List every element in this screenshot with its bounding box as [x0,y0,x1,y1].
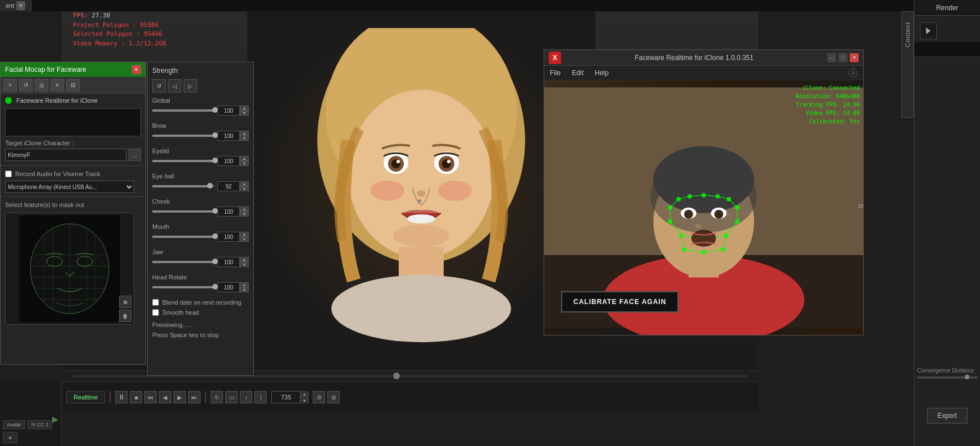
arrow-icon[interactable] [920,22,937,39]
settings-button[interactable]: ⚙ [313,391,325,403]
add-btn[interactable]: + [3,79,17,91]
global-down[interactable]: ▼ [240,111,249,116]
fw-menu-help[interactable]: Help [595,69,609,77]
mouth-up[interactable]: ▲ [240,232,249,237]
brow-arrows[interactable]: ▲ ▼ [240,131,249,141]
eyelid-slider-track[interactable] [152,160,215,162]
rotate-btn[interactable]: ↺ [19,79,33,91]
grid-button[interactable]: ⊞ [327,391,340,403]
expand-btn[interactable]: ⊟ [66,79,80,91]
jaw-up[interactable]: ▲ [240,257,249,262]
realtime-button[interactable]: Realtime [66,391,105,403]
head-rotate-slider-track[interactable] [152,286,215,288]
brow-slider-track[interactable] [152,135,215,137]
eyelid-down[interactable]: ▼ [240,161,249,166]
back-btn[interactable]: ◁ [168,79,181,93]
loop-button[interactable]: ↻ [211,391,223,403]
global-slider-track[interactable] [152,109,215,112]
app-tab[interactable]: ent ✕ [0,0,31,11]
global-arrows[interactable]: ▲ ▼ [240,105,249,116]
eyelid-up[interactable]: ▲ [240,156,249,161]
content-sidebar: Content [901,11,914,118]
cheek-down[interactable]: ▼ [240,211,249,217]
svg-point-16 [438,181,472,201]
prev-end-button[interactable]: ⏮ [144,391,157,403]
jaw-slider-track[interactable] [152,261,215,263]
jaw-down[interactable]: ▼ [240,262,249,267]
record-audio-checkbox[interactable] [5,171,12,177]
refresh-btn[interactable]: ↺ [152,79,166,93]
eyelid-arrows[interactable]: ▲ ▼ [240,156,249,166]
status-row: Faceware Realtime for iClone [1,94,145,107]
mask-delete-btn[interactable]: 🗑 [119,310,131,322]
ze-text: ze [858,203,863,209]
mouth-down[interactable]: ▼ [240,237,249,242]
target-btn[interactable]: ◎ [35,79,48,91]
cheek-value-box: 100 ▲ ▼ [217,206,249,217]
brow-down[interactable]: ▼ [240,136,249,141]
bottom-left-tabs: Avatar !!! CC 2 + ▶ [0,381,62,446]
add-tab-button[interactable]: + [3,432,17,443]
microphone-select[interactable]: Microphone Array (Kinect USB Au... [5,181,134,193]
frame-input[interactable]: 735 [272,392,300,403]
next-button[interactable]: ▶ [174,391,186,403]
app-tab-close[interactable]: ✕ [16,1,25,10]
list-btn[interactable]: ≡ [51,79,64,91]
cheek-arrows[interactable]: ▲ ▼ [240,206,249,217]
marker-button[interactable]: | [254,391,267,403]
head-rotate-down[interactable]: ▼ [240,287,249,292]
nav-arrow[interactable]: ▶ [52,415,58,424]
character-svg [303,28,539,342]
cc2-tab[interactable]: !!! CC 2 [28,420,53,429]
head-rotate-arrows[interactable]: ▲ ▼ [240,282,249,292]
brow-up[interactable]: ▲ [240,131,249,136]
forward-btn[interactable]: ▷ [184,79,197,93]
eyeball-arrows[interactable]: ▲ ▼ [240,181,249,191]
fw-close-btn[interactable]: ✕ [850,53,859,62]
fw-titlebar: X Faceware Realtime for iClone 1.0.0.351… [544,50,863,66]
eyelid-label: Eyelid [152,148,249,154]
fw-menu-file[interactable]: File [550,69,560,77]
convergence-thumb[interactable] [965,375,969,379]
svg-point-17 [407,214,435,223]
char-name-input[interactable] [5,149,126,161]
eyelid-strength-row: Eyelid 100 ▲ ▼ [152,148,249,166]
sound-button[interactable]: ♪ [240,391,252,403]
eyeball-up[interactable]: ▲ [240,181,249,186]
blend-checkbox[interactable] [152,299,159,306]
prev-button[interactable]: ◀ [159,391,171,403]
render-button[interactable]: Render [914,0,980,16]
eyeball-slider-track[interactable] [152,185,215,187]
global-up[interactable]: ▲ [240,105,249,111]
char-browse-btn[interactable]: … [129,149,141,161]
subtitle-button[interactable]: ▭ [225,391,238,403]
pause-button[interactable]: ⏸ [115,391,127,403]
fw-info-icon[interactable]: i [849,68,858,77]
head-rotate-up[interactable]: ▲ [240,282,249,287]
fw-menu-edit[interactable]: Edit [572,69,584,77]
panel-close-button[interactable]: ✕ [132,65,141,74]
frame-up-arrow[interactable]: ▲ [300,391,308,397]
timeline-thumb[interactable] [393,373,400,379]
frame-arrows[interactable]: ▲ ▼ [300,391,308,403]
next-end-button[interactable]: ⏭ [188,391,200,403]
frame-down-arrow[interactable]: ▼ [300,397,308,403]
cheek-slider-track[interactable] [152,210,215,213]
cheek-up[interactable]: ▲ [240,206,249,211]
export-button[interactable]: Export [927,408,968,424]
calibrate-face-button[interactable]: CALIBRATE FACE AGAIN [561,291,678,312]
eyeball-down[interactable]: ▼ [240,186,249,191]
stop-button[interactable]: ■ [130,391,142,403]
convergence-slider-track[interactable] [917,376,978,379]
svg-point-60 [691,230,716,247]
fw-maximize-btn[interactable]: □ [838,53,847,62]
mask-icon-btn[interactable]: ⊕ [119,296,131,308]
avatar-tab[interactable]: Avatar [3,420,25,429]
svg-point-44 [714,210,723,219]
jaw-arrows[interactable]: ▲ ▼ [240,257,249,267]
smooth-head-checkbox[interactable] [152,309,159,316]
mouth-slider-track[interactable] [152,236,215,238]
mouth-arrows[interactable]: ▲ ▼ [240,232,249,242]
mouth-value: 100 [217,232,240,242]
fw-minimize-btn[interactable]: — [827,53,836,62]
